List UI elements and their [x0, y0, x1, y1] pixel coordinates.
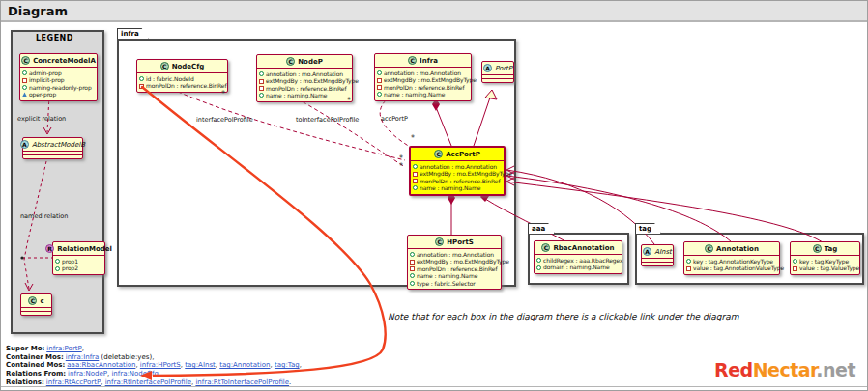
class-nodep: CNodeP annotation : mo.Annotation extMng…: [256, 54, 353, 102]
class-concretemodela: CConcreteModelA admin-prop implicit-prop…: [19, 53, 98, 101]
package-infra-tab: infra: [117, 28, 149, 39]
visibility-icon: [377, 85, 382, 90]
attr-row: implicit-prop: [22, 76, 95, 83]
attr-row: childRegex : aaa.RbacRegex: [536, 257, 620, 264]
visibility-icon: [259, 79, 264, 84]
class-spot-icon: C: [160, 62, 169, 70]
note-text: Note that for each box in the diagram th…: [388, 312, 738, 321]
class-spot-icon: A: [483, 64, 492, 72]
link-tag-annotation[interactable]: tag:Annotation: [219, 361, 270, 369]
link-aaa-rbacannotation[interactable]: aaa:RbacAnnotation: [67, 361, 135, 369]
link-infra-hports[interactable]: infra:HPortS: [140, 361, 181, 369]
visibility-icon: [410, 252, 415, 257]
attr-row: key : tag.KeyType: [793, 258, 857, 265]
attr-row: key : tag.AnnotationKeyType: [686, 258, 777, 265]
multiplicity-star: *: [221, 90, 225, 98]
class-ainst: AAInst: [641, 244, 674, 266]
class-spot-icon: A: [20, 140, 29, 149]
footer-row-relations-from: Relations From:infra:NodeP, infra:NodeCf…: [6, 370, 302, 378]
class-portp: APortP: [481, 61, 514, 83]
title-bar: Diagram: [1, 1, 867, 22]
attr-row: name : naming.Name: [413, 184, 502, 191]
class-tag: CTag key : tag.KeyType value : tag.Value…: [790, 241, 860, 275]
visibility-icon: [793, 266, 797, 271]
attr-row: monPolDn : reference.BinRef: [413, 178, 502, 184]
page-title: Diagram: [8, 4, 68, 18]
visibility-icon: [259, 86, 264, 91]
multiplicity-star: *: [411, 134, 415, 143]
class-c-small: Cc: [20, 293, 52, 316]
link-infra-portp[interactable]: infra:PortP: [46, 345, 81, 352]
visibility-icon: [139, 84, 144, 89]
visibility-icon: [413, 172, 418, 177]
rednectar-logo: RedNectar.net: [714, 359, 855, 380]
attr-row: domain : naming.Name: [536, 264, 620, 270]
attr-row: name : naming.Name: [377, 91, 469, 98]
class-relationmodel: RRelationModel prop1 prop2: [52, 241, 105, 275]
visibility-icon: [413, 164, 418, 169]
link-infra-rttointerfacepolprofile[interactable]: infra:RtToInterfacePolProfile: [195, 378, 289, 386]
attr-row: naming-readonly-prop: [22, 84, 95, 91]
link-infra-nodecfg[interactable]: infra:NodeCfg: [111, 370, 158, 377]
edge-label-accportp: accPortP: [381, 115, 408, 123]
attr-row: annotation : mo.Annotation: [259, 70, 350, 77]
class-accportp: CAccPortP annotation : mo.Annotation ext…: [409, 146, 506, 196]
multiplicity-star: *: [399, 162, 403, 171]
class-spot-icon: C: [541, 243, 550, 252]
class-spot-icon: C: [21, 56, 30, 65]
footer-row-relations: Relations:infra:RtAccPortP, infra:RtInte…: [6, 378, 302, 387]
link-infra-rtinterfacepolprofile[interactable]: infra:RtInterfacePolProfile: [105, 378, 191, 386]
class-spot-icon: C: [28, 296, 37, 305]
visibility-icon: [139, 76, 144, 81]
attr-row: prop1: [55, 258, 102, 265]
attr-row: oper-prop: [22, 91, 95, 98]
link-tag-ainst[interactable]: tag:AInst: [185, 361, 216, 369]
package-tag-tab: tag: [635, 223, 661, 234]
link-infra-infra[interactable]: infra:Infra: [66, 353, 100, 361]
attr-row: monPolDn : reference.BinRef: [259, 85, 350, 92]
link-tag-tag[interactable]: tag:Tag: [275, 361, 300, 369]
multiplicity-star: *: [347, 97, 351, 105]
footer-row-contained-mos: Contained Mos:aaa:RbacAnnotation, infra:…: [6, 361, 302, 370]
visibility-icon: [686, 259, 691, 264]
attr-row: prop2: [55, 265, 102, 271]
visibility-icon: [536, 265, 541, 270]
attr-row: value : tag.ValueType: [793, 265, 857, 271]
visibility-icon: [22, 92, 27, 97]
attr-row: extMngdBy : mo.ExtMngdByType: [377, 76, 469, 83]
visibility-icon: [55, 266, 60, 271]
attr-row: monPolDn : reference.BinRef: [377, 84, 469, 91]
edge-label-explicit-relation: explicit relation: [17, 115, 66, 123]
visibility-icon: [410, 260, 415, 265]
visibility-icon: [55, 259, 60, 264]
footer-links: Super Mo:infra:PortP, Container Mos:infr…: [6, 345, 302, 387]
class-spot-icon: C: [286, 57, 295, 66]
diagram-page: Diagram: [0, 0, 868, 391]
class-rbacannotation: CRbacAnnotation childRegex : aaa.RbacReg…: [534, 240, 622, 274]
attr-row: annotation : mo.Annotation: [377, 70, 469, 76]
class-annotation: CAnnotation key : tag.AnnotationKeyType …: [683, 241, 780, 275]
class-nodecfg: CNodeCfg id : fabric.NodeId monPolDn : r…: [136, 59, 228, 93]
visibility-icon: [793, 259, 797, 264]
link-infra-nodep[interactable]: infra:NodeP: [68, 370, 107, 377]
class-spot-icon: A: [643, 247, 651, 256]
attr-row: monPolDn : reference.BinRef: [139, 82, 225, 89]
visibility-icon: [377, 78, 382, 83]
visibility-icon: [377, 92, 382, 97]
class-spot-icon: C: [408, 56, 417, 65]
visibility-icon: [413, 179, 418, 183]
class-hports: CHPortS annotation : mo.Annotation extMn…: [407, 235, 502, 290]
visibility-icon: [410, 273, 415, 278]
class-spot-icon: C: [434, 150, 443, 158]
visibility-icon: [22, 78, 27, 83]
visibility-icon: [22, 70, 27, 75]
attr-row: type : fabric.Selector: [410, 280, 499, 287]
legend-title: LEGEND: [36, 34, 73, 42]
attr-row: name : naming.Name: [410, 272, 499, 279]
attr-row: annotation : mo.Annotation: [413, 163, 502, 170]
link-infra-rtaccportp[interactable]: infra:RtAccPortP: [46, 378, 101, 386]
visibility-icon: [259, 93, 264, 98]
class-spot-icon: R: [45, 244, 54, 253]
attr-row: annotation : mo.Annotation: [410, 251, 499, 258]
visibility-icon: [413, 185, 418, 190]
